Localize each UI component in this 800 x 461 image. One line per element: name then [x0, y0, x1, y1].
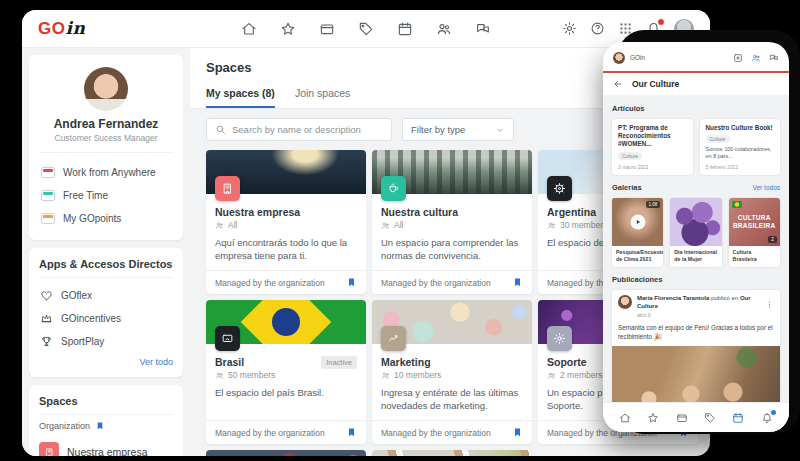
post-menu-icon[interactable]: [765, 295, 774, 313]
screen-icon: [215, 326, 240, 351]
star-icon[interactable]: [280, 21, 296, 37]
publications-heading: Publicaciones: [612, 275, 662, 284]
gallery-item-mujer[interactable]: Día Internacional de la Mujer: [669, 197, 722, 268]
ver-todos-link[interactable]: Ver todos: [753, 184, 780, 191]
sidebar-item-goincentives[interactable]: GOincentives: [39, 307, 173, 330]
gear-icon: [547, 326, 572, 351]
managed-label: Managed by the organization: [215, 278, 325, 288]
space-card-marketing[interactable]: Marketing 10 members Ingresa y entérate …: [372, 300, 532, 444]
calendar-icon[interactable]: [397, 21, 413, 37]
search-input[interactable]: [232, 124, 383, 135]
home-icon[interactable]: [619, 412, 631, 424]
people-icon[interactable]: [436, 21, 452, 37]
helm-icon: [547, 176, 572, 201]
illustration-thumbnail: [670, 198, 721, 246]
card-description: Ingresa y entérate de las últimas noveda…: [381, 387, 523, 415]
article-card[interactable]: PT: Programa de Reconocimientos #WOMEN..…: [611, 118, 694, 176]
star-icon[interactable]: [647, 412, 659, 424]
logo-in: in: [65, 18, 85, 38]
members-icon: [215, 371, 224, 380]
managed-label: Managed by the organization: [381, 428, 491, 438]
brazil-flag-icon: [732, 201, 742, 208]
bookmark-icon[interactable]: [346, 427, 357, 438]
card-description: El espacio del país Brasil.: [215, 387, 357, 415]
profile-avatar[interactable]: [84, 67, 128, 111]
tag-icon[interactable]: [704, 412, 716, 424]
space-card-brasil[interactable]: Inactive Brasil 50 members El espacio de…: [206, 300, 366, 444]
phone-app-bar: GOin: [603, 42, 789, 67]
members-icon: [547, 221, 556, 230]
phone-page-title: Our Culture: [632, 79, 679, 89]
card-title: Nuestra cultura: [381, 206, 523, 218]
card-title: Nuestra empresa: [215, 206, 357, 218]
ver-todo-link[interactable]: Ver todo: [39, 357, 173, 367]
add-post-icon[interactable]: [733, 53, 743, 63]
profile-name: Andrea Fernandez: [39, 117, 173, 131]
sidebar: Andrea Fernandez Customer Sucess Manager…: [22, 48, 190, 455]
bookmark-icon[interactable]: [512, 427, 523, 438]
help-icon[interactable]: [590, 21, 605, 36]
profile-card: Andrea Fernandez Customer Sucess Manager…: [29, 55, 183, 240]
home-icon[interactable]: [241, 21, 257, 37]
spaces-card-title: Spaces: [39, 395, 173, 415]
card-description: Aquí encontrarás todo lo que la empresa …: [215, 237, 357, 265]
organization-label: Organization: [39, 421, 90, 431]
free-time-icon: [41, 190, 55, 201]
article-card[interactable]: Nuestro Culture Book! Culture Somos 100 …: [699, 118, 782, 176]
photo-count-badge: 2: [768, 236, 777, 243]
play-icon[interactable]: [630, 215, 645, 230]
article-date: 3 marzo 2021: [618, 160, 687, 170]
gallery-caption: Cultura Brasileira: [729, 246, 780, 267]
sidebar-item-goflex[interactable]: GOflex: [39, 284, 173, 307]
goin-logo[interactable]: GOin: [38, 18, 85, 39]
filter-by-type-dropdown[interactable]: Filter by type: [402, 118, 514, 141]
card-title: Marketing: [381, 356, 523, 368]
members-icon: [381, 221, 390, 230]
gallery-caption: Pesquisa/Encuesta de Clima 2021: [612, 246, 663, 267]
search-box: [206, 118, 392, 141]
article-date: 5 febrero 2021: [706, 160, 775, 170]
sidebar-space-nuestra-empresa[interactable]: Nuestra empresa: [39, 437, 173, 456]
post-text: Semanita con el equipo de Perú! Gracias …: [612, 323, 780, 346]
space-card-runners[interactable]: Runners 3 members: [372, 450, 532, 456]
chat-icon[interactable]: [475, 21, 491, 37]
sidebar-item-free-time[interactable]: Free Time: [39, 184, 173, 207]
spaces-card: Spaces Organization Nuestra empresa Nues…: [29, 385, 183, 456]
space-card-auditores[interactable]: Inactive Auditores 3 members: [206, 450, 366, 456]
people-icon[interactable]: [751, 53, 761, 63]
phone-page-header: Our Culture: [603, 73, 789, 95]
video-duration: 1:08: [646, 201, 661, 208]
tab-my-spaces[interactable]: My spaces (8): [206, 87, 275, 108]
members-count: 30 members: [560, 220, 607, 230]
sidebar-item-work-from-anywhere[interactable]: Work from Anywhere: [39, 161, 173, 184]
tab-join-spaces[interactable]: Join spaces: [295, 87, 350, 108]
gallery-item-video[interactable]: 1:08 Pesquisa/Encuesta de Clima 2021: [611, 197, 664, 268]
members-count: 2 members: [560, 370, 603, 380]
bookmark-icon[interactable]: [346, 277, 357, 288]
phone-user-avatar[interactable]: [613, 52, 625, 64]
post-author-avatar[interactable]: [618, 295, 632, 309]
sidebar-item-label: Work from Anywhere: [63, 167, 156, 178]
space-card-nuestra-cultura[interactable]: Nuestra cultura All Un espacio para comp…: [372, 150, 532, 294]
sidebar-item-sportplay[interactable]: SportPlay: [39, 330, 173, 353]
sidebar-item-my-gopoints[interactable]: My GOpoints: [39, 207, 173, 230]
bell-icon[interactable]: [761, 412, 773, 424]
building-icon: [39, 442, 59, 456]
gallery-item-brasileira[interactable]: CULTURA BRASILEIRA 2 Cultura Brasileira: [728, 197, 781, 268]
tag-icon[interactable]: [358, 21, 374, 37]
settings-icon[interactable]: [562, 21, 577, 36]
phone-bottom-nav: [603, 402, 789, 432]
article-tag: Culture: [618, 152, 642, 160]
thumbnail-overlay-text: CULTURA BRASILEIRA: [729, 214, 780, 230]
logo-go: GO: [38, 19, 65, 38]
wallet-icon[interactable]: [319, 21, 335, 37]
bookmark-icon[interactable]: [512, 277, 523, 288]
article-tag: Culture: [706, 135, 730, 143]
chat-icon[interactable]: [769, 53, 779, 63]
back-arrow-icon[interactable]: [613, 79, 623, 89]
post-author[interactable]: María Florencia Tarantola: [637, 295, 709, 301]
calendar-icon[interactable]: [732, 412, 744, 424]
phone-scroll-area[interactable]: Artículos PT: Programa de Reconocimiento…: [603, 95, 789, 432]
wallet-icon[interactable]: [676, 412, 688, 424]
space-card-nuestra-empresa[interactable]: Nuestra empresa All Aquí encontrarás tod…: [206, 150, 366, 294]
